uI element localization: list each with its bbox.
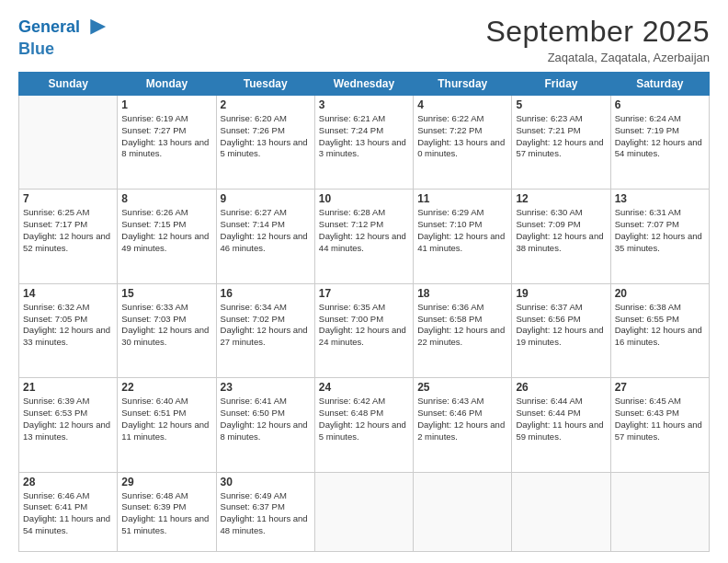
- sunset-text: Sunset: 7:27 PM: [121, 125, 211, 137]
- day-number: 15: [121, 287, 211, 300]
- sunset-text: Sunset: 6:55 PM: [615, 314, 705, 326]
- day-number: 24: [319, 381, 409, 394]
- calendar-cell: 26Sunrise: 6:44 AMSunset: 6:44 PMDayligh…: [512, 378, 610, 472]
- daylight-line2: 30 minutes.: [121, 337, 211, 349]
- sunset-text: Sunset: 6:39 PM: [121, 501, 211, 513]
- calendar-header-thursday: Thursday: [414, 73, 512, 96]
- calendar-cell: 5Sunrise: 6:23 AMSunset: 7:21 PMDaylight…: [512, 96, 610, 190]
- calendar-cell: 3Sunrise: 6:21 AMSunset: 7:24 PMDaylight…: [314, 96, 413, 190]
- calendar-cell: 24Sunrise: 6:42 AMSunset: 6:48 PMDayligh…: [314, 378, 413, 472]
- day-number: 7: [23, 192, 113, 205]
- daylight-line1: Daylight: 12 hours and: [121, 231, 211, 243]
- daylight-line2: 8 minutes.: [221, 431, 311, 443]
- sunrise-text: Sunrise: 6:41 AM: [221, 396, 311, 408]
- calendar-cell: 11Sunrise: 6:29 AMSunset: 7:10 PMDayligh…: [414, 190, 512, 283]
- daylight-line2: 41 minutes.: [417, 243, 507, 255]
- day-number: 11: [417, 192, 507, 205]
- sunset-text: Sunset: 7:22 PM: [417, 125, 507, 137]
- daylight-line2: 48 minutes.: [221, 525, 311, 537]
- daylight-line1: Daylight: 12 hours and: [319, 325, 409, 337]
- month-title: September 2025: [485, 15, 710, 49]
- sunrise-text: Sunrise: 6:28 AM: [319, 207, 409, 219]
- sunrise-text: Sunrise: 6:25 AM: [23, 207, 113, 219]
- sunrise-text: Sunrise: 6:23 AM: [516, 113, 606, 125]
- calendar-cell: 29Sunrise: 6:48 AMSunset: 6:39 PMDayligh…: [118, 472, 216, 551]
- daylight-line2: 0 minutes.: [417, 148, 507, 160]
- day-number: 12: [516, 192, 606, 205]
- header: General Blue September 2025 Zaqatala, Za…: [18, 15, 710, 64]
- calendar-cell: 4Sunrise: 6:22 AMSunset: 7:22 PMDaylight…: [414, 96, 512, 190]
- daylight-line2: 19 minutes.: [516, 337, 606, 349]
- calendar-header-monday: Monday: [118, 73, 216, 96]
- calendar-cell: 18Sunrise: 6:36 AMSunset: 6:58 PMDayligh…: [414, 283, 512, 377]
- daylight-line2: 5 minutes.: [319, 431, 409, 443]
- sunrise-text: Sunrise: 6:44 AM: [516, 396, 606, 408]
- page: General Blue September 2025 Zaqatala, Za…: [0, 0, 728, 563]
- sunset-text: Sunset: 7:03 PM: [121, 314, 211, 326]
- daylight-line2: 54 minutes.: [23, 525, 113, 537]
- day-number: 21: [23, 381, 113, 394]
- sunrise-text: Sunrise: 6:46 AM: [23, 490, 113, 502]
- logo: General Blue: [18, 15, 108, 59]
- sunset-text: Sunset: 6:41 PM: [23, 501, 113, 513]
- sunrise-text: Sunrise: 6:27 AM: [221, 207, 311, 219]
- sunset-text: Sunset: 7:17 PM: [23, 219, 113, 231]
- location-subtitle: Zaqatala, Zaqatala, Azerbaijan: [485, 51, 710, 64]
- daylight-line1: Daylight: 12 hours and: [221, 419, 311, 431]
- calendar-header-tuesday: Tuesday: [216, 73, 314, 96]
- daylight-line1: Daylight: 12 hours and: [615, 231, 705, 243]
- calendar-cell: 1Sunrise: 6:19 AMSunset: 7:27 PMDaylight…: [118, 96, 216, 190]
- daylight-line2: 57 minutes.: [615, 431, 705, 443]
- daylight-line1: Daylight: 12 hours and: [615, 137, 705, 149]
- daylight-line1: Daylight: 11 hours and: [516, 419, 606, 431]
- sunrise-text: Sunrise: 6:42 AM: [319, 396, 409, 408]
- sunset-text: Sunset: 6:53 PM: [23, 408, 113, 419]
- sunset-text: Sunset: 6:56 PM: [516, 314, 606, 326]
- day-number: 17: [319, 287, 409, 300]
- day-number: 6: [615, 98, 705, 111]
- daylight-line1: Daylight: 11 hours and: [121, 513, 211, 525]
- calendar-cell: 20Sunrise: 6:38 AMSunset: 6:55 PMDayligh…: [610, 283, 709, 377]
- daylight-line2: 54 minutes.: [615, 148, 705, 160]
- calendar-cell: 7Sunrise: 6:25 AMSunset: 7:17 PMDaylight…: [19, 190, 118, 283]
- daylight-line2: 44 minutes.: [319, 243, 409, 255]
- calendar-cell: 28Sunrise: 6:46 AMSunset: 6:41 PMDayligh…: [19, 472, 118, 551]
- daylight-line2: 49 minutes.: [121, 243, 211, 255]
- sunrise-text: Sunrise: 6:38 AM: [615, 302, 705, 314]
- calendar-cell: 19Sunrise: 6:37 AMSunset: 6:56 PMDayligh…: [512, 283, 610, 377]
- sunrise-text: Sunrise: 6:35 AM: [319, 302, 409, 314]
- calendar-week-row: 1Sunrise: 6:19 AMSunset: 7:27 PMDaylight…: [19, 96, 710, 190]
- sunset-text: Sunset: 7:24 PM: [319, 125, 409, 137]
- title-block: September 2025 Zaqatala, Zaqatala, Azerb…: [485, 15, 710, 64]
- daylight-line1: Daylight: 13 hours and: [221, 137, 311, 149]
- sunrise-text: Sunrise: 6:31 AM: [615, 207, 705, 219]
- sunrise-text: Sunrise: 6:48 AM: [121, 490, 211, 502]
- calendar-cell: 15Sunrise: 6:33 AMSunset: 7:03 PMDayligh…: [118, 283, 216, 377]
- daylight-line1: Daylight: 12 hours and: [319, 419, 409, 431]
- sunrise-text: Sunrise: 6:33 AM: [121, 302, 211, 314]
- daylight-line1: Daylight: 12 hours and: [221, 325, 311, 337]
- daylight-line2: 57 minutes.: [516, 148, 606, 160]
- calendar-cell: 12Sunrise: 6:30 AMSunset: 7:09 PMDayligh…: [512, 190, 610, 283]
- calendar-cell: 8Sunrise: 6:26 AMSunset: 7:15 PMDaylight…: [118, 190, 216, 283]
- calendar-cell: 2Sunrise: 6:20 AMSunset: 7:26 PMDaylight…: [216, 96, 314, 190]
- day-number: 10: [319, 192, 409, 205]
- calendar-cell: 23Sunrise: 6:41 AMSunset: 6:50 PMDayligh…: [216, 378, 314, 472]
- day-number: 5: [516, 98, 606, 111]
- daylight-line1: Daylight: 13 hours and: [121, 137, 211, 149]
- sunset-text: Sunset: 7:05 PM: [23, 314, 113, 326]
- sunrise-text: Sunrise: 6:34 AM: [221, 302, 311, 314]
- svg-marker-0: [90, 19, 106, 35]
- day-number: 16: [221, 287, 311, 300]
- daylight-line2: 52 minutes.: [23, 243, 113, 255]
- sunrise-text: Sunrise: 6:19 AM: [121, 113, 211, 125]
- day-number: 9: [221, 192, 311, 205]
- sunset-text: Sunset: 6:51 PM: [121, 408, 211, 419]
- calendar-cell: 22Sunrise: 6:40 AMSunset: 6:51 PMDayligh…: [118, 378, 216, 472]
- daylight-line1: Daylight: 12 hours and: [121, 325, 211, 337]
- daylight-line1: Daylight: 12 hours and: [417, 419, 507, 431]
- calendar-cell: 13Sunrise: 6:31 AMSunset: 7:07 PMDayligh…: [610, 190, 709, 283]
- sunset-text: Sunset: 7:10 PM: [417, 219, 507, 231]
- daylight-line1: Daylight: 12 hours and: [221, 231, 311, 243]
- sunrise-text: Sunrise: 6:30 AM: [516, 207, 606, 219]
